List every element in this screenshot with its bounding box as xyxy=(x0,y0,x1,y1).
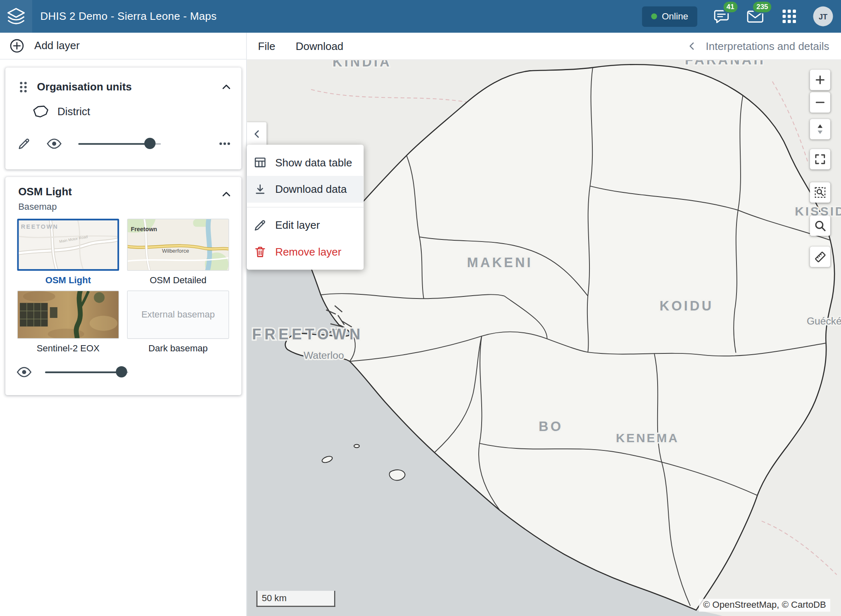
map-label-kindia: KINDIA xyxy=(333,60,392,69)
zoom-in-button[interactable] xyxy=(810,70,830,90)
basemap-opacity-slider[interactable] xyxy=(45,366,128,379)
user-avatar[interactable]: JT xyxy=(813,7,833,26)
basemap-title: OSM Light xyxy=(18,185,218,198)
context-menu-divider xyxy=(247,207,363,207)
basemap-option-dark[interactable]: External basemap Dark basemap xyxy=(127,291,229,359)
slider-thumb[interactable] xyxy=(116,366,127,377)
edit-layer-item[interactable]: Edit layer xyxy=(247,212,363,239)
map-label-freetown: FREETOWN xyxy=(252,326,363,343)
interpretations-panel-toggle[interactable]: Interpretations and details xyxy=(687,40,841,52)
file-menu[interactable]: File xyxy=(258,40,276,52)
online-status-label: Online xyxy=(662,11,688,22)
layer-title: Organisation units xyxy=(37,81,218,93)
slider-fill xyxy=(45,372,121,373)
pencil-icon xyxy=(18,137,31,150)
layer-more-menu-button[interactable] xyxy=(216,135,234,153)
basemap-thumbnail: External basemap xyxy=(127,291,229,339)
layer-toolbar xyxy=(5,124,241,163)
interpretations-button[interactable]: 41 xyxy=(712,7,731,26)
fullscreen-icon xyxy=(814,153,827,166)
eye-icon xyxy=(17,367,31,377)
basemap-subtitle: Basemap xyxy=(18,201,218,212)
drag-handle-icon[interactable] xyxy=(18,81,29,93)
messages-button[interactable]: 235 xyxy=(746,7,765,26)
layer-opacity-slider[interactable] xyxy=(78,137,161,150)
table-icon xyxy=(253,156,267,169)
zoom-out-button[interactable] xyxy=(810,92,830,112)
svg-text:Freetown: Freetown xyxy=(131,226,157,232)
toggle-visibility-button[interactable] xyxy=(45,135,63,153)
basemap-card-header: OSM Light Basemap xyxy=(5,177,241,213)
polygon-icon xyxy=(32,104,50,118)
collapse-panel-button[interactable] xyxy=(247,122,266,146)
chevron-up-icon xyxy=(220,81,233,93)
toggle-basemap-visibility-button[interactable] xyxy=(15,363,33,381)
apps-menu-button[interactable] xyxy=(779,7,799,26)
basemap-option-sentinel[interactable]: Sentinel-2 EOX xyxy=(17,291,119,359)
download-menu[interactable]: Download xyxy=(296,40,344,52)
map-canvas[interactable]: KINDIA FARANAH MAKENI KOIDU KISSIDO Guéc… xyxy=(247,60,841,616)
map-label-koidu: KOIDU xyxy=(660,299,714,313)
basemap-option-label: Sentinel-2 EOX xyxy=(17,339,119,359)
online-status-badge[interactable]: Online xyxy=(642,6,697,26)
plus-circle-icon xyxy=(10,38,24,53)
chevron-left-icon xyxy=(251,129,262,140)
collapse-layer-button[interactable] xyxy=(218,78,235,96)
layers-panel: Add layer Organisation units xyxy=(0,33,247,616)
interpretations-count-badge: 41 xyxy=(722,0,739,13)
chevron-up-icon xyxy=(220,187,233,200)
basemap-option-label: OSM Detailed xyxy=(127,271,229,291)
zoom-in-icon xyxy=(814,73,827,86)
basemap-thumbnail: Freetown Wilberforce xyxy=(127,219,229,271)
zoom-out-icon xyxy=(814,96,827,109)
tilt-icon xyxy=(814,123,827,135)
dhis2-layers-icon xyxy=(6,7,26,26)
edit-layer-button[interactable] xyxy=(15,135,33,153)
header-bar: DHIS 2 Demo - Sierra Leone - Maps Online… xyxy=(0,0,841,33)
svg-text:Wilberforce: Wilberforce xyxy=(162,248,189,254)
context-item-label: Edit layer xyxy=(275,219,320,231)
eye-icon xyxy=(47,138,62,149)
slider-thumb[interactable] xyxy=(144,138,155,149)
add-layer-button[interactable]: Add layer xyxy=(0,33,246,59)
show-data-table-item[interactable]: Show data table xyxy=(247,149,363,176)
basemap-thumbnail xyxy=(17,291,119,339)
basemap-toolbar xyxy=(5,359,241,381)
basemap-option-osm-detailed[interactable]: Freetown Wilberforce OSM Detailed xyxy=(127,219,229,291)
scale-label: 50 km xyxy=(262,593,287,604)
map-scale-bar: 50 km xyxy=(257,591,335,607)
fullscreen-button[interactable] xyxy=(810,149,830,169)
map-menubar: File Download Interpretations and detail… xyxy=(247,33,841,60)
box-zoom-icon xyxy=(814,186,827,199)
layer-context-menu: Show data table Download data Edit layer xyxy=(247,145,363,270)
dhis2-logo[interactable] xyxy=(0,0,32,33)
layer-legend-row: District xyxy=(5,99,241,124)
search-button[interactable] xyxy=(810,216,830,236)
trash-icon xyxy=(253,246,267,258)
basemap-thumbnail-grid: REETOWN Main Motor Road OSM Light xyxy=(5,213,241,359)
chevron-left-icon xyxy=(687,41,697,52)
header-actions: Online 41 235 xyxy=(642,6,841,26)
org-units-layer-card: Organisation units District xyxy=(5,68,241,170)
remove-layer-item[interactable]: Remove layer xyxy=(247,239,363,265)
basemap-option-osm-light[interactable]: REETOWN Main Motor Road OSM Light xyxy=(17,219,119,291)
pencil-icon xyxy=(253,219,267,232)
search-icon xyxy=(814,219,827,232)
map-label-faranah: FARANAH xyxy=(685,60,765,67)
collapse-basemap-button[interactable] xyxy=(218,185,235,203)
basemap-card: OSM Light Basemap xyxy=(5,177,241,395)
download-data-item[interactable]: Download data xyxy=(247,176,363,203)
svg-text:REETOWN: REETOWN xyxy=(21,223,59,230)
measure-icon xyxy=(814,250,827,263)
apps-grid-icon xyxy=(782,9,796,24)
box-zoom-button[interactable] xyxy=(810,182,830,202)
tilt-rotate-button[interactable] xyxy=(810,119,830,139)
interpretations-label: Interpretations and details xyxy=(706,40,829,52)
slider-fill xyxy=(78,143,150,145)
sierra-leone-map: KINDIA FARANAH MAKENI KOIDU KISSIDO Guéc… xyxy=(247,60,841,616)
app-title: DHIS 2 Demo - Sierra Leone - Maps xyxy=(40,10,216,23)
measure-button[interactable] xyxy=(810,246,830,267)
map-label-gueckedou: Guéckéd xyxy=(807,315,841,327)
messages-count-badge: 235 xyxy=(752,0,772,13)
more-horizontal-icon xyxy=(218,137,231,150)
